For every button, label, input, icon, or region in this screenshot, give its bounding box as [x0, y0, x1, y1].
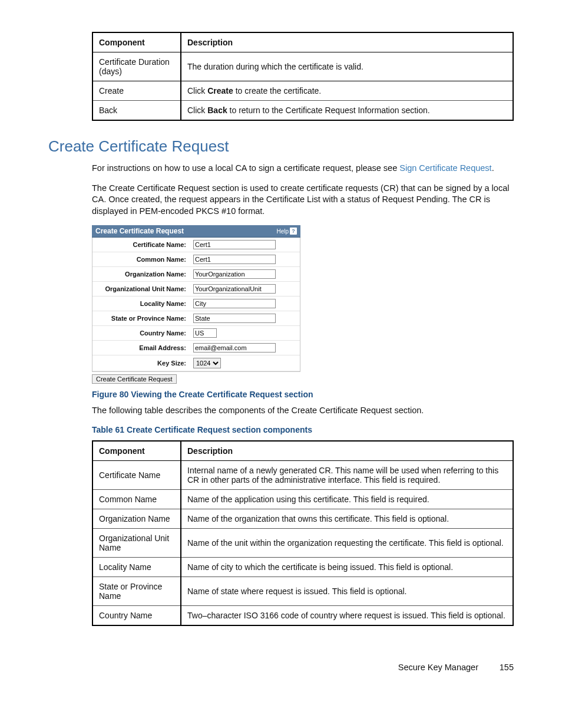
col-header-component: Component [92, 32, 181, 52]
page: Component Description Certificate Durati… [0, 0, 562, 696]
table-61: Component Description Certificate NameIn… [92, 440, 514, 626]
text-bold: Back [207, 106, 227, 115]
text: Click [187, 106, 207, 115]
table-caption: Table 61 Create Certificate Request sect… [92, 425, 514, 434]
text-bold: Create [207, 86, 233, 95]
table-row: Locality NameName of city to which the c… [92, 557, 513, 577]
label-country: Country Name: [92, 326, 190, 341]
text: . [492, 163, 494, 173]
cell-component: Organization Name [92, 509, 181, 528]
figure-caption: Figure 80 Viewing the Create Certificate… [92, 390, 514, 399]
paragraph: For instructions on how to use a local C… [92, 163, 514, 174]
paragraph: The following table describes the compon… [92, 405, 514, 417]
cell-component: Organizational Unit Name [92, 528, 181, 557]
input-common-name[interactable] [193, 255, 276, 264]
input-org-name[interactable] [193, 269, 276, 279]
cell-component: Locality Name [92, 557, 181, 577]
text: to create the certificate. [233, 86, 321, 95]
label-locality: Locality Name: [92, 297, 190, 311]
help-link[interactable]: Help ? [276, 228, 297, 235]
input-email[interactable] [193, 343, 276, 353]
cell-component: Country Name [92, 605, 181, 625]
create-cert-request-panel: Create Certificate Request Help ? Certif… [92, 225, 300, 384]
table-row: Organizational Unit NameName of the unit… [92, 528, 513, 557]
table-top: Component Description Certificate Durati… [92, 32, 514, 121]
cell-description: Click Back to return to the Certificate … [181, 101, 513, 121]
help-label: Help [276, 228, 289, 235]
label-state: State or Province Name: [92, 311, 190, 326]
create-cert-request-button[interactable]: Create Certificate Request [92, 374, 177, 384]
paragraph: The Create Certificate Request section i… [92, 183, 514, 218]
text: Click [187, 86, 207, 95]
cell-description: Name of the organization that owns this … [181, 509, 513, 528]
cell-component: State or Province Name [92, 577, 181, 605]
table-row: Certificate NameInternal name of a newly… [92, 460, 513, 489]
label-cert-name: Certificate Name: [92, 238, 190, 252]
table-row: Certificate Duration (days) The duration… [92, 52, 513, 81]
help-icon: ? [290, 228, 297, 235]
cell-component: Create [92, 81, 181, 101]
table-row: Organization NameName of the organizatio… [92, 509, 513, 528]
input-ou-name[interactable] [193, 284, 276, 294]
cell-description: Name of the unit within the organization… [181, 528, 513, 557]
input-country[interactable] [193, 328, 217, 338]
col-header-description: Description [181, 32, 513, 52]
panel-header: Create Certificate Request Help ? [92, 225, 300, 238]
table-row: Country NameTwo–character ISO 3166 code … [92, 605, 513, 625]
col-header-description: Description [181, 441, 513, 461]
label-common-name: Common Name: [92, 252, 190, 267]
input-cert-name[interactable] [193, 240, 276, 249]
cell-component: Back [92, 101, 181, 121]
input-state[interactable] [193, 314, 276, 323]
label-keysize: Key Size: [92, 355, 190, 371]
section-heading: Create Certificate Request [48, 137, 514, 156]
page-footer: Secure Key Manager 155 [48, 663, 514, 672]
table-row: Back Click Back to return to the Certifi… [92, 101, 513, 121]
page-number: 155 [490, 663, 514, 672]
text: For instructions on how to use a local C… [92, 163, 399, 173]
table-row: Create Click Create to create the certif… [92, 81, 513, 101]
input-locality[interactable] [193, 299, 276, 308]
form-table: Certificate Name: Common Name: Organizat… [92, 238, 300, 371]
panel-title: Create Certificate Request [95, 227, 184, 235]
link-sign-certificate-request[interactable]: Sign Certificate Request [399, 163, 491, 173]
text: to return to the Certificate Request Inf… [227, 106, 430, 115]
label-ou-name: Organizational Unit Name: [92, 282, 190, 297]
cell-description: Name of state where request is issued. T… [181, 577, 513, 605]
cell-description: Name of city to which the certificate is… [181, 557, 513, 577]
table-row: Common NameName of the application using… [92, 489, 513, 509]
col-header-component: Component [92, 441, 181, 461]
table-row: State or Province NameName of state wher… [92, 577, 513, 605]
select-keysize[interactable]: 1024 [193, 358, 221, 368]
cell-description: Two–character ISO 3166 code of country w… [181, 605, 513, 625]
footer-title: Secure Key Manager [398, 663, 478, 672]
cell-description: Click Create to create the certificate. [181, 81, 513, 101]
cell-description: Name of the application using this certi… [181, 489, 513, 509]
label-org-name: Organization Name: [92, 267, 190, 282]
label-email: Email Address: [92, 341, 190, 355]
cell-component: Common Name [92, 489, 181, 509]
cell-component: Certificate Duration (days) [92, 52, 181, 81]
cell-component: Certificate Name [92, 460, 181, 489]
cell-description: Internal name of a newly generated CR. T… [181, 460, 513, 489]
cell-description: The duration during which the certificat… [181, 52, 513, 81]
